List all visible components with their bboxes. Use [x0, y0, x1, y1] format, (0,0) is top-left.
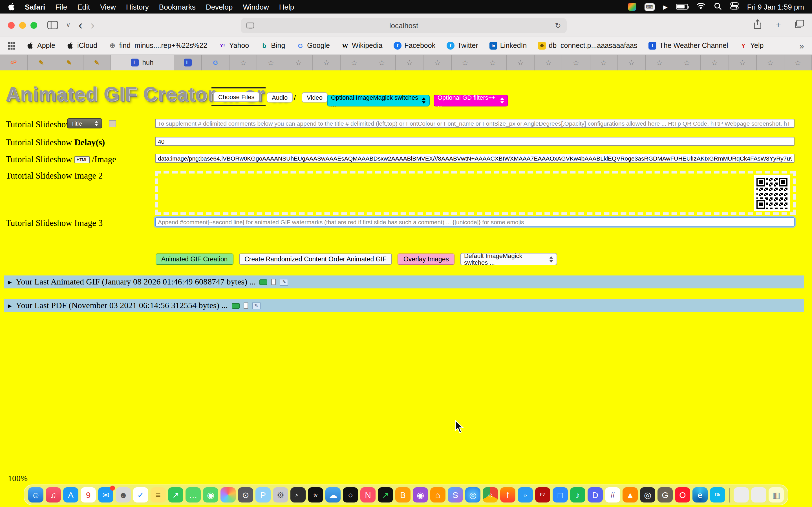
- imagemagick-switches-select[interactable]: Optional ImageMagick switches ...: [327, 95, 430, 107]
- dock-photos-icon[interactable]: [220, 487, 236, 503]
- bookmark-item[interactable]: Apple: [27, 42, 55, 50]
- dock-reminders-icon[interactable]: ✓: [133, 487, 148, 503]
- tab[interactable]: ☆: [368, 55, 396, 70]
- dock-app-store-icon[interactable]: A: [63, 487, 79, 503]
- share-icon[interactable]: [753, 19, 762, 31]
- edit-icon[interactable]: ✎: [280, 279, 289, 285]
- dock-facetime-icon[interactable]: ◉: [203, 487, 218, 503]
- menubar-item-develop[interactable]: Develop: [206, 3, 233, 11]
- menubar-clock[interactable]: Fri 9 Jan 1:59 pm: [747, 3, 804, 11]
- dock-podcasts-icon[interactable]: ◉: [413, 487, 428, 503]
- tab[interactable]: ☆: [257, 55, 285, 70]
- dock-notes-icon[interactable]: ≡: [151, 487, 166, 503]
- tab[interactable]: ☆: [396, 55, 424, 70]
- tab[interactable]: ✎: [56, 55, 83, 70]
- color-swatch-input[interactable]: [109, 120, 116, 127]
- wifi-icon[interactable]: [696, 2, 705, 11]
- search-icon[interactable]: [714, 2, 722, 11]
- tab[interactable]: ✎: [83, 55, 111, 70]
- tab-overview-icon[interactable]: [795, 20, 804, 31]
- forward-button[interactable]: ›: [91, 19, 95, 31]
- gif-swatch-icon[interactable]: [260, 279, 267, 285]
- input-source-icon[interactable]: ⌨: [645, 3, 655, 10]
- dock-maps-icon[interactable]: ↗: [168, 487, 183, 503]
- document-icon[interactable]: [244, 302, 248, 309]
- bookmark-item[interactable]: dbdb_connect.p...aaasaaafaas: [538, 42, 637, 50]
- dock-zoom-icon[interactable]: □: [553, 487, 568, 503]
- tab-active[interactable]: Lhuh: [111, 55, 174, 70]
- menubar-item-bookmarks[interactable]: Bookmarks: [159, 3, 196, 11]
- menubar-item-file[interactable]: File: [55, 3, 67, 11]
- gd-filters-select[interactable]: Optional GD filters++ ...: [434, 95, 508, 107]
- dock-preview-icon[interactable]: P: [255, 487, 271, 503]
- dock-spotify-icon[interactable]: ♪: [570, 487, 585, 503]
- battery-icon[interactable]: [676, 4, 688, 10]
- chevron-down-icon[interactable]: ∨: [66, 21, 70, 29]
- tab[interactable]: ☆: [729, 55, 756, 70]
- color-app-menu-icon[interactable]: [628, 3, 636, 11]
- image2-drop-zone[interactable]: [155, 171, 796, 215]
- tab[interactable]: ☆: [756, 55, 784, 70]
- tab[interactable]: ☆: [646, 55, 673, 70]
- html-image-input[interactable]: [155, 154, 795, 163]
- dock-weather-icon[interactable]: ☁: [325, 487, 341, 503]
- bookmark-item[interactable]: GGoogle: [296, 42, 330, 50]
- video-button[interactable]: Video: [302, 93, 327, 103]
- dock-calendar-icon[interactable]: 9: [81, 487, 96, 503]
- tab[interactable]: ☆: [341, 55, 368, 70]
- disclosure-triangle-icon[interactable]: ▶: [8, 279, 12, 285]
- menubar-item-history[interactable]: History: [126, 3, 149, 11]
- dock-trash-icon[interactable]: ▥: [769, 487, 784, 503]
- dock-chrome-icon[interactable]: ○: [483, 487, 498, 503]
- dock-minimized-window-icon[interactable]: [733, 487, 749, 503]
- dock-slack-icon[interactable]: #: [605, 487, 620, 503]
- bookmark-item[interactable]: inLinkedIn: [490, 42, 527, 50]
- tab[interactable]: ☆: [590, 55, 618, 70]
- tab[interactable]: ☆: [673, 55, 701, 70]
- dock-gimp-icon[interactable]: G: [658, 487, 673, 503]
- tab[interactable]: ☆: [535, 55, 562, 70]
- address-bar[interactable]: localhost ↻: [241, 18, 567, 33]
- dock-contacts-icon[interactable]: ☻: [116, 487, 131, 503]
- tab[interactable]: ☆: [507, 55, 535, 70]
- bookmark-item[interactable]: YYelp: [740, 42, 764, 50]
- edit-icon[interactable]: ✎: [252, 302, 260, 309]
- tab[interactable]: ☆: [424, 55, 451, 70]
- dock-books-icon[interactable]: B: [395, 487, 410, 503]
- tab[interactable]: G: [202, 55, 230, 70]
- sidebar-toggle-icon[interactable]: [47, 21, 58, 29]
- animated-gif-creation-button[interactable]: Animated GIF Creation: [156, 253, 233, 265]
- default-imagemagick-select[interactable]: Default ImageMagick switches ...: [460, 253, 557, 265]
- menubar-item-view[interactable]: View: [100, 3, 116, 11]
- apple-menu-icon[interactable]: [8, 2, 16, 11]
- tab[interactable]: ☆: [701, 55, 729, 70]
- image3-input[interactable]: [155, 217, 795, 226]
- audio-button[interactable]: Audio: [267, 93, 293, 103]
- tab[interactable]: ☆: [562, 55, 590, 70]
- dock-mail-icon[interactable]: ✉: [98, 487, 113, 503]
- delay-input[interactable]: [155, 137, 795, 146]
- disclosure-triangle-icon[interactable]: ▶: [8, 303, 12, 308]
- menubar-app-name[interactable]: Safari: [25, 3, 45, 11]
- dock-stocks-icon[interactable]: ↗: [378, 487, 393, 503]
- tab[interactable]: ☆: [285, 55, 313, 70]
- dock-music-icon[interactable]: ♫: [46, 487, 61, 503]
- bookmark-item[interactable]: fFacebook: [394, 42, 435, 50]
- bookmark-item[interactable]: iCloud: [66, 42, 97, 50]
- frequently-visited-grid-icon[interactable]: [8, 42, 15, 49]
- dock-filezilla-icon[interactable]: FZ: [535, 487, 550, 503]
- title-config-input[interactable]: [155, 119, 795, 128]
- minimize-window-button[interactable]: [19, 22, 26, 29]
- dock-messages-icon[interactable]: …: [186, 487, 201, 503]
- dock-clock-icon[interactable]: ○: [343, 487, 358, 503]
- tab[interactable]: cP: [0, 55, 28, 70]
- dock-safari-icon[interactable]: ◎: [465, 487, 480, 503]
- bookmark-item[interactable]: TThe Weather Channel: [649, 42, 728, 50]
- menubar-item-edit[interactable]: Edit: [77, 3, 90, 11]
- dock-finder-icon[interactable]: ☺: [28, 487, 43, 503]
- tab[interactable]: ☆: [784, 55, 812, 70]
- bookmarks-overflow-icon[interactable]: »: [799, 41, 804, 50]
- menubar-item-help[interactable]: Help: [279, 3, 294, 11]
- tab[interactable]: ☆: [479, 55, 507, 70]
- dock-edge-icon[interactable]: e: [693, 487, 708, 503]
